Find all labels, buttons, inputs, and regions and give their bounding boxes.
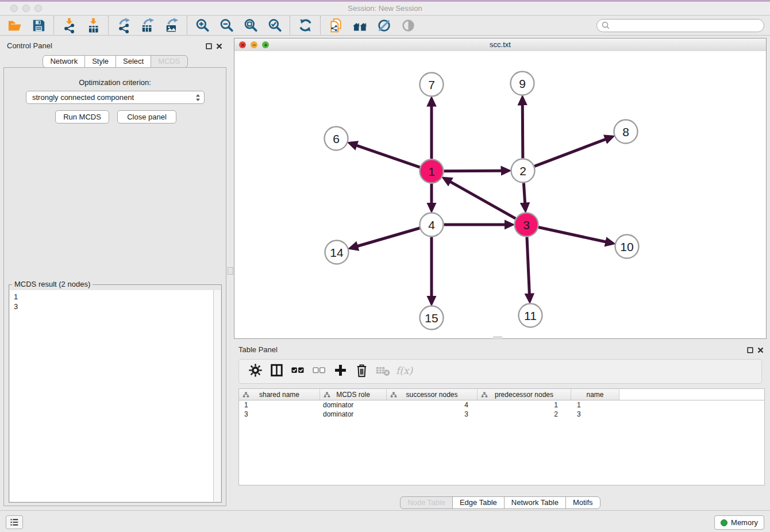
toolbar-button-slashed-eye[interactable] bbox=[372, 16, 396, 35]
graph-node-2[interactable]: 2 bbox=[511, 159, 535, 183]
table-toolbar-delete-table-button bbox=[372, 362, 394, 381]
node-label: 2 bbox=[519, 164, 526, 178]
window-title: Session: New Session bbox=[0, 2, 770, 15]
table-toolbar-trash-button[interactable] bbox=[351, 362, 372, 381]
toolbar-button-import-table[interactable] bbox=[81, 16, 105, 35]
tab-mcds[interactable]: MCDS bbox=[151, 55, 187, 68]
column-header-successor-nodes[interactable]: successor nodes bbox=[387, 389, 478, 400]
float-panel-icon[interactable] bbox=[205, 42, 213, 50]
graph-node-1[interactable]: 1 bbox=[420, 160, 444, 183]
toolbar-button-houses[interactable] bbox=[348, 16, 372, 35]
node-label: 8 bbox=[622, 125, 629, 138]
column-header-predecessor-nodes[interactable]: predecessor nodes bbox=[478, 389, 571, 400]
tab-motifs[interactable]: Motifs bbox=[565, 496, 600, 509]
checked-boxes-icon bbox=[290, 363, 306, 380]
network-graph[interactable]: 7968124314101511 bbox=[234, 51, 766, 339]
edge-2-9[interactable] bbox=[522, 105, 523, 158]
refresh-icon bbox=[298, 18, 313, 33]
window-titlebar[interactable]: Session: New Session bbox=[0, 2, 770, 16]
table-row[interactable]: 3dominator323 bbox=[239, 410, 764, 419]
graph-node-6[interactable]: 6 bbox=[325, 127, 348, 151]
toolbar-button-zoom-out[interactable] bbox=[214, 16, 238, 35]
search-input[interactable] bbox=[612, 20, 764, 31]
table-cell: dominator bbox=[320, 401, 387, 409]
column-type-icon bbox=[324, 391, 330, 399]
table-cell: 2 bbox=[478, 410, 571, 418]
tab-network[interactable]: Network bbox=[43, 55, 85, 68]
node-label: 14 bbox=[330, 246, 344, 259]
edge-3-1[interactable] bbox=[451, 182, 516, 218]
toolbar-button-export-image[interactable] bbox=[160, 16, 184, 35]
edge-3-10[interactable] bbox=[538, 228, 606, 242]
toolbar-button-zoom-fit[interactable] bbox=[238, 16, 263, 35]
node-table[interactable]: shared nameMCDS rolesuccessor nodesprede… bbox=[238, 388, 765, 485]
node-label: 1 bbox=[428, 165, 435, 178]
vertical-splitter-grip[interactable] bbox=[228, 267, 233, 275]
memory-button[interactable]: Memory bbox=[714, 515, 764, 530]
edge-1-2[interactable] bbox=[444, 171, 501, 171]
table-cell: dominator bbox=[320, 410, 387, 418]
mcds-result-textarea[interactable]: 1 3 bbox=[10, 290, 213, 502]
table-toolbar-gear-button[interactable] bbox=[245, 362, 266, 381]
graph-node-10[interactable]: 10 bbox=[615, 235, 639, 259]
close-table-panel-icon[interactable] bbox=[756, 346, 764, 354]
toolbar-separator bbox=[108, 16, 109, 34]
toolbar-button-open-file[interactable] bbox=[2, 16, 26, 35]
application-window: Session: New Session Control Panel Netwo… bbox=[0, 0, 770, 532]
save-icon bbox=[31, 18, 47, 33]
result-scrollbar[interactable] bbox=[213, 290, 221, 502]
graph-node-11[interactable]: 11 bbox=[519, 304, 542, 327]
toolbar-button-save[interactable] bbox=[26, 16, 51, 35]
graph-node-7[interactable]: 7 bbox=[420, 73, 444, 97]
close-panel-button[interactable]: Close panel bbox=[117, 110, 176, 124]
tab-style[interactable]: Style bbox=[84, 55, 116, 68]
search-box[interactable] bbox=[596, 19, 764, 32]
column-header-shared-name[interactable]: shared name bbox=[239, 389, 320, 400]
toolbar-button-half-eye[interactable] bbox=[396, 16, 420, 35]
graph-node-4[interactable]: 4 bbox=[420, 213, 444, 237]
table-toolbar-checked-boxes-button[interactable] bbox=[287, 362, 309, 381]
table-toolbar-function-button: f(x) bbox=[394, 362, 415, 381]
criterion-select[interactable]: strongly connected component bbox=[26, 91, 205, 104]
edge-3-11[interactable] bbox=[527, 237, 529, 294]
table-row[interactable]: 1dominator411 bbox=[239, 400, 764, 410]
toolbar-button-import-network[interactable] bbox=[57, 16, 81, 35]
table-toolbar-split-columns-button[interactable] bbox=[266, 362, 287, 381]
graph-node-9[interactable]: 9 bbox=[511, 72, 534, 95]
float-table-panel-icon[interactable] bbox=[746, 346, 754, 354]
tab-edge-table[interactable]: Edge Table bbox=[452, 496, 505, 509]
toolbar-button-export-network[interactable] bbox=[111, 16, 136, 35]
zoom-fit-icon bbox=[243, 18, 259, 33]
trash-icon bbox=[354, 363, 369, 380]
toolbar-button-clone-network[interactable] bbox=[324, 16, 348, 35]
toolbar-separator bbox=[187, 16, 187, 34]
tab-network-table[interactable]: Network Table bbox=[504, 496, 566, 509]
main-toolbar bbox=[0, 16, 770, 36]
graph-node-8[interactable]: 8 bbox=[614, 120, 638, 144]
toolbar-button-zoom-selected[interactable] bbox=[263, 16, 287, 35]
network-window-titlebar[interactable]: scc.txt bbox=[234, 38, 766, 52]
horizontal-splitter-grip[interactable] bbox=[493, 336, 502, 340]
task-history-button[interactable] bbox=[6, 515, 23, 529]
toolbar-separator bbox=[290, 16, 290, 34]
table-toolbar-add-row-button[interactable] bbox=[330, 362, 351, 381]
run-mcds-button[interactable]: Run MCDS bbox=[55, 110, 109, 124]
close-panel-icon[interactable] bbox=[215, 42, 223, 50]
toolbar-button-refresh[interactable] bbox=[293, 16, 317, 35]
toolbar-button-zoom-in[interactable] bbox=[190, 16, 214, 35]
toolbar-button-export-table[interactable] bbox=[136, 16, 160, 35]
graph-node-3[interactable]: 3 bbox=[515, 213, 538, 237]
edge-4-14[interactable] bbox=[357, 228, 419, 246]
graph-node-15[interactable]: 15 bbox=[420, 306, 444, 330]
table-cell: 4 bbox=[387, 401, 478, 409]
edge-1-6[interactable] bbox=[356, 145, 419, 167]
tab-node-table[interactable]: Node Table bbox=[400, 496, 453, 509]
table-toolbar-unchecked-boxes-button[interactable] bbox=[309, 362, 330, 381]
edge-2-8[interactable] bbox=[534, 139, 606, 166]
graph-node-14[interactable]: 14 bbox=[325, 241, 349, 264]
column-header-mcds-role[interactable]: MCDS role bbox=[320, 389, 387, 400]
edge-2-3[interactable] bbox=[523, 183, 525, 203]
tab-select[interactable]: Select bbox=[116, 55, 151, 68]
column-header-name[interactable]: name bbox=[571, 389, 619, 400]
network-canvas[interactable]: 7968124314101511 bbox=[234, 51, 766, 338]
